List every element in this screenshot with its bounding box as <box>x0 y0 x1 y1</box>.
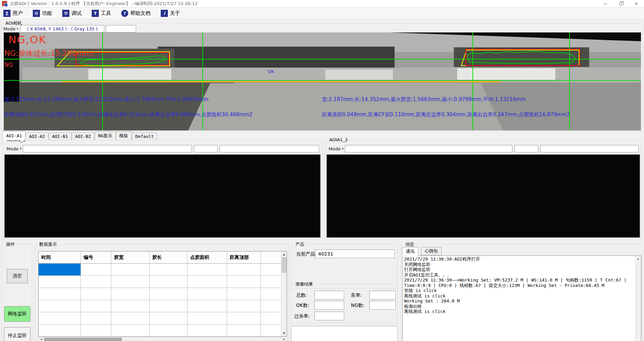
table-cell[interactable] <box>150 276 187 288</box>
table-cell[interactable] <box>261 276 281 288</box>
table-cell[interactable] <box>227 276 261 288</box>
mode-label: Mode <box>6 146 18 151</box>
header-cell-time[interactable]: 时间 <box>39 251 81 264</box>
menu-item-label: 帮助文档 <box>130 10 151 17</box>
table-cell[interactable] <box>81 276 111 288</box>
table-cell[interactable] <box>187 300 227 312</box>
table-cell[interactable] <box>81 288 111 300</box>
aoia1-2-image-canvas[interactable] <box>327 154 640 238</box>
ok-count-field <box>314 301 344 310</box>
table-cell[interactable] <box>111 288 150 300</box>
table-cell[interactable] <box>261 312 281 324</box>
scrollbar-thumb[interactable] <box>44 338 122 341</box>
tab-template[interactable]: 模版 <box>116 131 132 140</box>
table-cell-selected[interactable] <box>39 264 81 276</box>
log-output[interactable]: 2021/7/29 11:36:30:AOI程序打开 关闭网络监听 打开网络监听… <box>402 255 641 341</box>
table-cell[interactable] <box>39 276 81 288</box>
camera-toolbar: Mode ▾ ( X 6568, Y 1463 ) : ( Gray 135 ) <box>3 25 136 32</box>
minimize-button[interactable] <box>597 0 613 7</box>
current-product-field[interactable]: 40231 <box>315 249 395 258</box>
maximize-button[interactable] <box>613 0 628 7</box>
table-cell[interactable] <box>81 264 111 276</box>
scroll-left-icon[interactable]: ◄ <box>39 337 44 341</box>
menu-item-about[interactable]: i 关于 <box>161 10 180 17</box>
header-cell-glue-length[interactable]: 胶长 <box>150 251 187 264</box>
table-cell[interactable] <box>187 276 227 288</box>
operation-group: 操作 清空 网络监听 停止监听 <box>2 244 32 341</box>
table-cell[interactable] <box>81 300 111 312</box>
table-cell[interactable] <box>150 312 187 324</box>
clear-button[interactable]: 清空 <box>7 269 28 283</box>
table-cell[interactable] <box>150 324 187 337</box>
tab-aoi-a1[interactable]: AOI-A1 <box>3 131 25 140</box>
table-cell[interactable] <box>261 300 281 312</box>
aoia1-1-image-canvas[interactable] <box>4 154 320 238</box>
tab-default[interactable]: Default <box>132 132 157 140</box>
table-cell[interactable] <box>187 264 227 276</box>
tab-aoi-b1[interactable]: AOI-B1 <box>49 132 71 140</box>
network-listen-button[interactable]: 网络监听 <box>4 306 30 322</box>
stop-listen-button[interactable]: 停止监听 <box>4 327 30 341</box>
header-cell-glue-area[interactable]: 点胶面积 <box>187 251 227 264</box>
menu-item-label: 关于 <box>170 10 180 17</box>
tab-aoi-b2[interactable]: AOI-B2 <box>72 132 94 140</box>
info-group: 信息 通讯 心跳包 2021/7/29 11:36:30:AOI程序打开 关闭网… <box>401 244 642 341</box>
table-cell[interactable] <box>187 324 227 337</box>
tab-comm[interactable]: 通讯 <box>402 247 418 256</box>
table-cell[interactable] <box>111 276 150 288</box>
measure-result-group: 测量结果 总数: 良率: OK数: NG数: 过杀率: <box>291 284 398 323</box>
header-cell-top-distance[interactable]: 距离顶部 <box>227 251 261 264</box>
table-horizontal-scrollbar[interactable]: ◄ ► <box>38 337 287 341</box>
aoia1-2-toolbar: Mode ▾ <box>325 145 641 153</box>
log-vertical-scrollbar[interactable]: ▲ ▼ <box>635 256 641 341</box>
table-cell[interactable] <box>39 324 81 337</box>
table-cell[interactable] <box>187 312 227 324</box>
table-cell[interactable] <box>111 264 150 276</box>
table-cell[interactable] <box>227 300 261 312</box>
table-cell[interactable] <box>111 324 150 337</box>
scroll-right-icon[interactable]: ► <box>282 337 287 341</box>
table-cell[interactable] <box>111 312 150 324</box>
aoia1-2-mode-dropdown[interactable]: Mode ▾ <box>329 145 343 152</box>
header-cell-glue-width[interactable]: 胶宽 <box>111 251 150 264</box>
menu-item-function[interactable]: ⚙ 功能 <box>33 10 52 17</box>
menu-item-tools[interactable]: T 工具 <box>92 10 111 17</box>
table-cell[interactable] <box>39 300 81 312</box>
table-cell[interactable] <box>187 288 227 300</box>
aoia1-2-group: AOIA1_2 Mode ▾ <box>325 140 642 239</box>
table-cell[interactable] <box>227 288 261 300</box>
table-cell[interactable] <box>39 288 81 300</box>
close-button[interactable]: ✕ <box>628 0 644 7</box>
table-cell[interactable] <box>150 264 187 276</box>
table-cell[interactable] <box>81 312 111 324</box>
tab-ng-display[interactable]: NG显示 <box>95 131 116 140</box>
tab-heartbeat[interactable]: 心跳包 <box>421 247 442 255</box>
scroll-down-icon[interactable]: ▼ <box>281 331 287 336</box>
scrollbar-thumb[interactable] <box>282 257 287 273</box>
tab-aoi-a2[interactable]: AOI-A2 <box>26 132 48 140</box>
table-cell[interactable] <box>81 324 111 337</box>
camera-mode-dropdown[interactable]: Mode ▾ <box>3 25 19 32</box>
table-row <box>39 276 281 288</box>
menu-item-debug[interactable]: ⚒ 调试 <box>62 10 82 17</box>
table-cell[interactable] <box>227 312 261 324</box>
table-cell[interactable] <box>39 312 81 324</box>
table-cell[interactable] <box>261 324 281 337</box>
table-cell[interactable] <box>261 288 281 300</box>
aoia1-1-mode-dropdown[interactable]: Mode ▾ <box>6 145 21 152</box>
table-cell[interactable] <box>150 300 187 312</box>
table-cell[interactable] <box>227 264 261 276</box>
scroll-down-icon[interactable]: ▼ <box>636 339 641 341</box>
header-cell-id[interactable]: 编号 <box>81 251 111 264</box>
menu-item-user[interactable]: 用户 <box>3 10 23 17</box>
table-vertical-scrollbar[interactable]: ▲ ▼ <box>281 251 287 336</box>
aoia1-2-field-3 <box>540 145 639 152</box>
table-cell[interactable] <box>227 324 261 337</box>
menu-item-help[interactable]: ? 帮助文档 <box>121 10 151 17</box>
camera-viewport[interactable]: NG,OK NG:胶体过长:15.290mm, NG OK 宽:2.215mm,… <box>4 32 641 130</box>
scroll-up-icon[interactable]: ▲ <box>636 256 641 262</box>
scroll-up-icon[interactable]: ▲ <box>281 251 287 257</box>
table-cell[interactable] <box>261 264 281 276</box>
table-cell[interactable] <box>150 288 187 300</box>
table-cell[interactable] <box>111 300 150 312</box>
